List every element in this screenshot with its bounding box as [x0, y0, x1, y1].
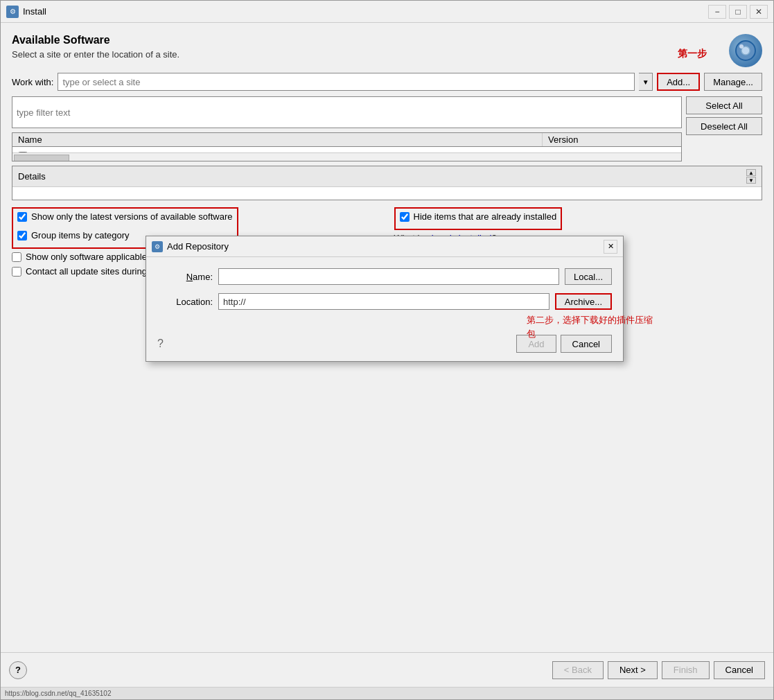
- archive-button[interactable]: Archive...: [555, 293, 612, 310]
- location-input[interactable]: [218, 293, 549, 310]
- version-column-header: Version: [543, 133, 681, 146]
- modal-footer: ? Add Cancel: [146, 329, 623, 361]
- name-column-header: Name: [12, 133, 543, 146]
- cancel-button[interactable]: Cancel: [714, 661, 765, 679]
- work-with-input[interactable]: [58, 73, 635, 91]
- scroll-down-button[interactable]: ▼: [746, 177, 756, 184]
- svg-point-2: [739, 44, 744, 49]
- page-title: Available Software: [12, 34, 179, 46]
- select-all-button[interactable]: Select All: [686, 96, 762, 114]
- software-table: Name Version ℹ There is no site selected…: [12, 132, 682, 161]
- table-body: ℹ There is no site selected.: [12, 147, 681, 152]
- add-button[interactable]: Add...: [657, 73, 700, 91]
- scroll-up-button[interactable]: ▲: [746, 169, 756, 176]
- location-field-label: Location:: [157, 297, 213, 307]
- manage-button[interactable]: Manage...: [704, 73, 762, 91]
- local-button[interactable]: Local...: [565, 268, 612, 285]
- add-repository-dialog: ⚙ Add Repository ✕ Name: Local... Locati…: [146, 236, 624, 362]
- title-bar: ⚙ Install − □ ✕: [1, 1, 773, 23]
- back-button[interactable]: < Back: [552, 661, 604, 679]
- app-icon: ⚙: [6, 6, 19, 18]
- name-field-row: Name: Local...: [157, 268, 612, 285]
- table-header: Name Version: [12, 133, 681, 147]
- bottom-right: < Back Next > Finish Cancel: [552, 661, 765, 679]
- next-button[interactable]: Next >: [608, 661, 658, 679]
- close-button[interactable]: ✕: [750, 5, 768, 19]
- name-input[interactable]: [218, 268, 559, 285]
- details-label: Details: [18, 171, 46, 182]
- minimize-button[interactable]: −: [708, 5, 726, 19]
- deselect-all-button[interactable]: Deselect All: [686, 117, 762, 135]
- modal-cancel-button[interactable]: Cancel: [561, 335, 612, 353]
- maximize-button[interactable]: □: [729, 5, 747, 19]
- step1-annotation: 第一步: [678, 48, 707, 60]
- side-buttons: Select All Deselect All: [686, 96, 762, 161]
- details-section: Details ▲ ▼: [12, 166, 762, 200]
- url-text: https://blog.csdn.net/qq_41635102: [5, 690, 111, 697]
- modal-close-button[interactable]: ✕: [604, 240, 617, 254]
- modal-body: Name: Local... Location: Archive...: [146, 257, 623, 329]
- work-with-label: Work with:: [12, 77, 53, 87]
- bottom-left: ?: [9, 661, 27, 679]
- filter-input[interactable]: [12, 96, 682, 128]
- show-latest-checkbox[interactable]: [17, 212, 27, 222]
- bottom-bar: ? < Back Next > Finish Cancel: [1, 652, 773, 687]
- work-with-row: Work with: ▼ Add... Manage...: [12, 73, 762, 91]
- dropdown-arrow-icon[interactable]: ▼: [639, 73, 653, 91]
- modal-add-button[interactable]: Add: [516, 335, 556, 353]
- group-by-category-label: Group items by category: [31, 230, 130, 240]
- modal-footer-buttons: Add Cancel: [516, 335, 612, 353]
- show-applicable-checkbox[interactable]: [12, 252, 21, 262]
- window-title: Install: [23, 6, 708, 17]
- contact-update-checkbox[interactable]: [12, 267, 21, 277]
- show-latest-option: Show only the latest versions of availab…: [17, 211, 233, 222]
- modal-app-icon: ⚙: [152, 241, 163, 252]
- modal-title: Add Repository: [167, 241, 604, 252]
- hide-installed-group: Hide items that are already installed: [394, 207, 563, 230]
- filter-section: Name Version ℹ There is no site selected…: [12, 96, 762, 161]
- header-icon: [729, 34, 762, 67]
- show-latest-label: Show only the latest versions of availab…: [31, 211, 233, 222]
- finish-button[interactable]: Finish: [662, 661, 710, 679]
- location-field-row: Location: Archive...: [157, 293, 612, 310]
- page-subtitle: Select a site or enter the location of a…: [12, 49, 179, 60]
- name-field-label: Name:: [157, 272, 213, 282]
- window-controls: − □ ✕: [708, 5, 768, 19]
- modal-help-icon: ?: [157, 338, 164, 350]
- hide-installed-option: Hide items that are already installed: [400, 211, 557, 222]
- scrollbar-thumb[interactable]: [14, 155, 69, 161]
- hide-installed-label: Hide items that are already installed: [414, 211, 557, 222]
- details-scroll-buttons: ▲ ▼: [746, 169, 756, 184]
- horizontal-scrollbar[interactable]: [12, 152, 681, 161]
- header-text: Available Software Select a site or ente…: [12, 34, 179, 60]
- help-button[interactable]: ?: [9, 661, 27, 679]
- hide-installed-checkbox[interactable]: [400, 212, 410, 222]
- url-bar: https://blog.csdn.net/qq_41635102: [1, 687, 773, 699]
- modal-title-bar: ⚙ Add Repository ✕: [146, 236, 623, 257]
- group-by-category-checkbox[interactable]: [17, 231, 27, 240]
- header-row: Available Software Select a site or ente…: [12, 34, 762, 67]
- details-header: Details ▲ ▼: [12, 166, 762, 187]
